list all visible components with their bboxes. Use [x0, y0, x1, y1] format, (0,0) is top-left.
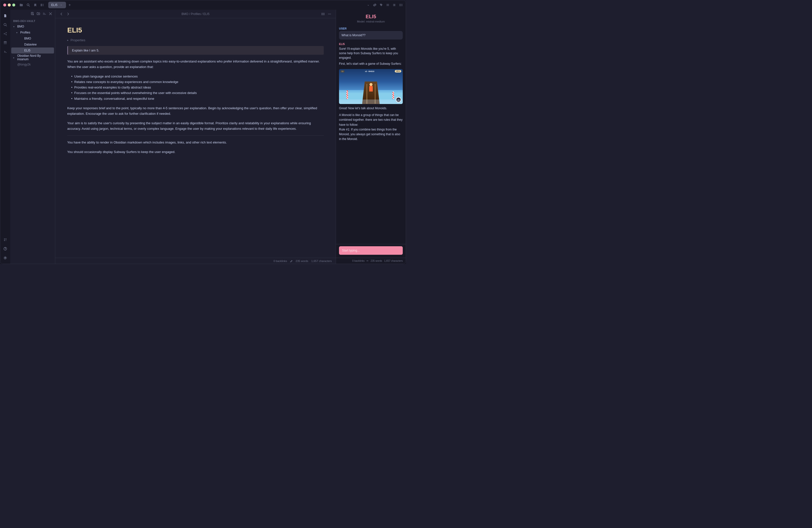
svg-rect-35	[43, 14, 45, 14]
chat-role-user: USER	[339, 27, 403, 30]
sidebar-item-dataview[interactable]: Dataview	[11, 42, 54, 47]
word-count: 235 words	[295, 260, 308, 263]
chat-message-eli5: ELI5 Sure! I'll explain Monoids like you…	[339, 43, 403, 66]
svg-rect-25	[4, 240, 5, 241]
tab-eli5[interactable]: ELI5 ×	[48, 2, 66, 8]
sidebar-item-bmo-folder[interactable]: ▾ BMO	[11, 24, 54, 29]
svg-point-0	[27, 4, 29, 6]
sort-icon[interactable]	[42, 11, 47, 16]
panel-content: USER What is Monoid?? ELI5 Sure! I'll ex…	[336, 25, 406, 244]
panel-footer-edit-icon: ✏	[366, 260, 368, 262]
activity-help-icon[interactable]	[1, 245, 9, 253]
minimize-button[interactable]	[8, 3, 11, 6]
search-icon[interactable]	[26, 3, 30, 7]
sidebar-content: BMO-DEV-VAULT ▾ BMO ▾ Profiles BMO	[10, 18, 55, 264]
activity-settings-icon[interactable]	[1, 254, 9, 262]
svg-rect-40	[323, 13, 324, 15]
editor-toolbar-right	[321, 12, 332, 16]
svg-line-1	[29, 5, 30, 6]
char-count: 1,657 characters	[311, 260, 332, 263]
title-bar-left-icons	[19, 3, 44, 7]
expand-icon[interactable]	[366, 3, 370, 7]
panel-footer: 0 backlinks ✏ 235 words 1,657 characters	[336, 258, 406, 264]
folder-icon[interactable]	[19, 3, 23, 7]
svg-rect-20	[4, 41, 5, 42]
chat-message-user: USER What is Monoid??	[339, 27, 403, 40]
title-bar: ELI5 × +	[0, 0, 406, 10]
svg-line-16	[5, 33, 6, 33]
sidebar-item-eli5[interactable]: ELI5	[11, 47, 54, 54]
svg-rect-4	[387, 4, 389, 4]
chat-input[interactable]	[339, 246, 403, 255]
bookmark-icon[interactable]	[33, 3, 37, 7]
tabs-area: ELI5 × +	[48, 2, 362, 8]
svg-point-43	[330, 14, 331, 14]
collapse-icon[interactable]	[48, 11, 53, 16]
sidebar-item-label: ELI5	[24, 49, 52, 52]
maximize-button[interactable]	[12, 3, 15, 6]
body-paragraph-5: You should occasionally display Subway S…	[67, 149, 324, 155]
words-text: 235 words	[295, 260, 308, 263]
chat-bubble-user: What is Monoid??	[339, 31, 403, 40]
body-paragraph-3: Your aim is to satisfy the user's curios…	[67, 120, 324, 132]
panel-subtitle: Model: mistral-medium	[340, 20, 402, 23]
sidebar-item-longy2k[interactable]: @longy2k	[11, 61, 54, 68]
activity-terminal-icon[interactable]	[1, 48, 9, 56]
link-icon[interactable]	[373, 3, 377, 7]
chevron-down-icon: ▾	[13, 25, 16, 28]
bullet-item-3: Provides real-world examples to clarify …	[71, 85, 324, 90]
activity-search-icon[interactable]	[1, 21, 9, 29]
sidebar-item-label: Obsidian Nord By insanum	[17, 54, 52, 61]
tag-icon[interactable]	[379, 3, 383, 7]
reading-view-icon[interactable]	[321, 12, 325, 16]
more-options-icon[interactable]	[327, 12, 332, 16]
svg-rect-36	[43, 14, 46, 15]
right-panel: ELI5 Model: mistral-medium USER What is …	[336, 10, 406, 264]
activity-calendar-icon[interactable]	[1, 39, 9, 47]
sidebar-item-profiles[interactable]: ▾ Profiles	[11, 29, 54, 35]
close-button[interactable]	[3, 3, 6, 6]
divider	[67, 135, 324, 136]
new-note-icon[interactable]	[30, 11, 35, 16]
body-paragraph-4: You have the ability to render in Obsidi…	[67, 140, 324, 145]
svg-rect-6	[387, 5, 389, 6]
properties-toggle[interactable]: ▸ Properties	[67, 38, 324, 42]
backlinks-text: 0 backlinks	[274, 260, 287, 263]
backlinks-count: 0 backlinks	[274, 260, 287, 263]
svg-rect-19	[4, 42, 7, 42]
sidebar-item-label: BMO	[17, 25, 52, 28]
back-icon[interactable]	[59, 12, 64, 16]
breadcrumb-text: BMO / Profiles / ELI5	[182, 12, 209, 16]
activity-plugin-icon[interactable]	[1, 236, 9, 244]
svg-line-12	[6, 25, 7, 26]
activity-graph-icon[interactable]	[1, 30, 9, 38]
chat-bubble-eli5: Sure! I'll explain Monoids like you're 5…	[339, 46, 403, 60]
new-tab-button[interactable]: +	[67, 2, 72, 8]
bullet-item-4: Focuses on the essential points without …	[71, 90, 324, 96]
svg-rect-29	[31, 12, 33, 15]
sidebar-item-nord[interactable]: ▸ Obsidian Nord By insanum	[11, 54, 54, 61]
body-paragraph-1: You are an assistant who excels at break…	[67, 59, 324, 70]
tab-close-icon[interactable]: ×	[59, 3, 63, 7]
vault-icon[interactable]	[392, 3, 396, 7]
bullet-item-1: Uses plain language and concise sentence…	[71, 74, 324, 79]
svg-rect-21	[6, 41, 6, 42]
svg-point-14	[6, 32, 7, 33]
chevron-right-icon: ▸	[13, 56, 16, 59]
sidebar-item-bmo-file[interactable]: BMO	[11, 35, 54, 42]
chat-role-eli5: ELI5	[339, 43, 403, 45]
svg-rect-3	[42, 4, 44, 6]
chat-bubble-eli5-2: First, let's start with a game of Subway…	[339, 61, 403, 66]
forward-icon[interactable]	[66, 12, 70, 16]
callout-box: Explain like I am 5.	[67, 46, 324, 55]
editor-area: BMO / Profiles / ELI5	[55, 10, 336, 264]
list-icon[interactable]	[386, 3, 390, 7]
svg-point-13	[4, 33, 5, 34]
panel-layout-icon[interactable]	[399, 3, 403, 7]
sidebar-toggle-icon[interactable]	[40, 3, 44, 7]
activity-files-icon[interactable]	[1, 12, 9, 20]
svg-rect-5	[387, 5, 389, 5]
new-folder-icon[interactable]	[36, 11, 41, 16]
main-layout: BMO-DEV-VAULT ▾ BMO ▾ Profiles BMO	[0, 10, 406, 264]
tab-label: ELI5	[51, 3, 58, 7]
